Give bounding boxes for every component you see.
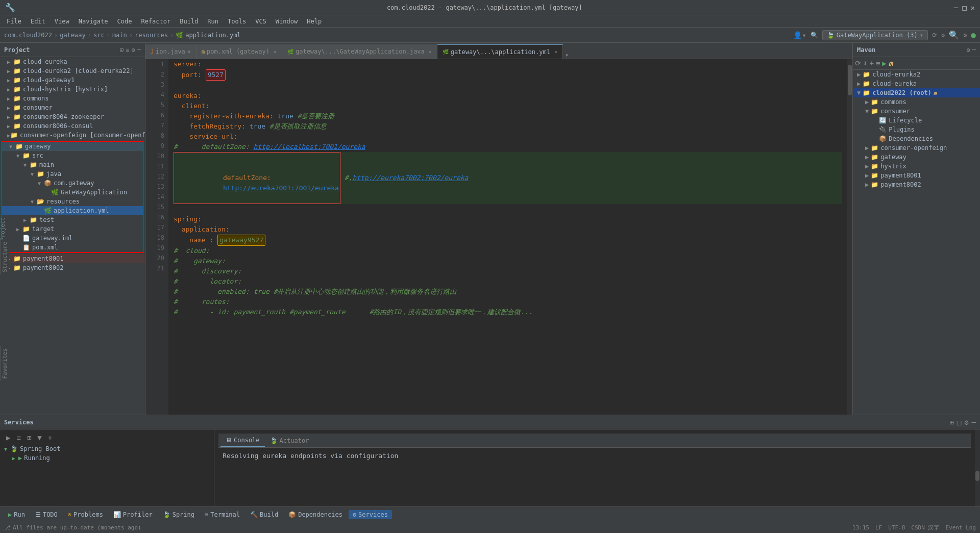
tree-item-gateway[interactable]: ▼ 📁 gateway <box>2 142 143 151</box>
tree-item-application-yml[interactable]: ▶ 🌿 application.yml <box>2 206 143 215</box>
breadcrumb-part-1[interactable]: com.cloud2022 <box>4 32 52 39</box>
spring-button[interactable]: 🍃 Spring <box>159 510 199 519</box>
tab-close-gw[interactable]: ✕ <box>429 49 432 55</box>
cursor-position[interactable]: 13:15 <box>852 524 869 531</box>
menu-window[interactable]: Window <box>272 17 302 26</box>
maven-item-plugins[interactable]: ▶ 🔌 Plugins <box>853 125 980 134</box>
tree-item-cloud-hystrix[interactable]: ▶ 📁 cloud-hystrix [hystrix] <box>0 85 145 94</box>
maven-download-icon[interactable]: ⬇ <box>863 59 867 67</box>
menu-edit[interactable]: Edit <box>27 17 50 26</box>
profiler-button[interactable]: 📊 Profiler <box>109 510 157 519</box>
event-log-label[interactable]: Event Log <box>945 524 976 531</box>
vertical-scrollbar[interactable] <box>847 59 852 415</box>
settings-icon-2[interactable]: ⚙ <box>963 32 967 39</box>
maximize-button[interactable]: □ <box>962 4 966 12</box>
run-config-selector[interactable]: 🍃 GateWayApplication (3) ▾ <box>822 30 928 40</box>
tab-pomxml[interactable]: m pom.xml (gateway) ✕ <box>197 44 282 59</box>
settings-icon-sidebar[interactable]: ⚙ <box>132 46 135 54</box>
tree-item-src[interactable]: ▼ 📁 src <box>2 151 143 160</box>
todo-button[interactable]: ☰ TODO <box>31 510 62 519</box>
maven-item-commons[interactable]: ▶ 📁 commons <box>853 97 980 107</box>
breadcrumb-file[interactable]: application.yml <box>185 32 240 39</box>
favorites-side-tab[interactable]: Favorites <box>0 346 9 381</box>
tab-close-pom[interactable]: ✕ <box>274 49 277 55</box>
maven-item-payment8001[interactable]: ▶ 📁 payment8001 <box>853 171 980 180</box>
services-running-item[interactable]: ▶ ▶ Running <box>2 453 212 463</box>
tree-item-payment8001[interactable]: ▶ 📁 payment8001 <box>0 254 145 263</box>
expand-all-icon[interactable]: ⊞ <box>120 46 124 54</box>
maven-item-dependencies[interactable]: ▶ 📦 Dependencies <box>853 134 980 143</box>
maven-expand-icon[interactable]: ≡ <box>876 59 880 67</box>
menu-vcs[interactable]: VCS <box>251 17 271 26</box>
menu-view[interactable]: View <box>51 17 74 26</box>
console-tab[interactable]: 🖥 Console <box>220 435 265 447</box>
tree-item-gateway-iml[interactable]: ▶ 📄 gateway.iml <box>2 234 143 243</box>
services-layout-icon[interactable]: □ <box>957 418 961 426</box>
terminal-button[interactable]: ⌨ Terminal <box>201 510 244 519</box>
svc-expand-icon[interactable]: ≡ <box>14 433 22 443</box>
collapse-all-icon[interactable]: ≡ <box>126 46 129 54</box>
maven-item-gateway[interactable]: ▶ 📁 gateway <box>853 153 980 162</box>
problems-button[interactable]: ⊙ Problems <box>64 510 107 519</box>
maven-minimize-icon[interactable]: ─ <box>972 46 976 54</box>
tab-ionjava[interactable]: J ion.java ✕ <box>145 44 197 59</box>
search-everywhere-icon[interactable]: 🔍 <box>811 32 818 39</box>
run-button[interactable]: ▶ Run <box>4 510 29 519</box>
services-spring-boot-item[interactable]: ▼ 🍃 Spring Boot <box>2 444 212 453</box>
tree-item-pom-xml[interactable]: ▶ 📋 pom.xml <box>2 243 143 252</box>
tree-item-consumer[interactable]: ▶ 📁 consumer <box>0 103 145 112</box>
menu-run[interactable]: Run <box>203 17 223 26</box>
tree-item-payment8002[interactable]: ▶ 📁 payment8002 <box>0 263 145 272</box>
tree-item-target[interactable]: ▶ 📁 target <box>2 224 143 234</box>
console-scrollbar-thumb[interactable] <box>975 471 979 481</box>
breadcrumb-part-4[interactable]: main <box>112 32 127 39</box>
services-expand-icon[interactable]: ⊞ <box>949 418 953 426</box>
tree-item-cloud-gateway1[interactable]: ▶ 📁 cloud-gateway1 <box>0 75 145 85</box>
breadcrumb-part-6[interactable]: 🌿 <box>176 32 183 39</box>
svc-add-icon[interactable]: + <box>46 433 54 443</box>
menu-code[interactable]: Code <box>113 17 136 26</box>
menu-tools[interactable]: Tools <box>224 17 250 26</box>
tree-item-main[interactable]: ▼ 📁 main <box>2 160 143 169</box>
maven-item-cloud-erurka2[interactable]: ▶ 📁 cloud-erurka2 <box>853 70 980 79</box>
minimize-button[interactable]: ─ <box>954 4 958 12</box>
tab-applicationyml[interactable]: 🌿 gateway\...\application.yml ✕ <box>437 44 563 59</box>
breadcrumb-part-3[interactable]: src <box>93 32 105 39</box>
services-minimize-icon[interactable]: ─ <box>972 418 976 426</box>
breadcrumb-part-2[interactable]: gateway <box>60 32 86 39</box>
minimize-sidebar-icon[interactable]: ─ <box>137 46 141 54</box>
tab-close-yaml[interactable]: ✕ <box>554 49 557 55</box>
more-tabs-button[interactable]: ▾ <box>565 52 569 59</box>
help-icon[interactable]: ● <box>971 30 976 40</box>
tree-item-com-gateway[interactable]: ▼ 📦 com.gateway <box>2 179 143 188</box>
maven-item-lifecycle[interactable]: ▶ 🔄 Lifecycle <box>853 116 980 125</box>
tree-item-commons[interactable]: ▶ 📁 commons <box>0 94 145 103</box>
tree-item-cloud-eureka2[interactable]: ▶ 📁 cloud-eureka2 [cloud-erurka22] <box>0 66 145 75</box>
maven-add-icon[interactable]: + <box>869 59 873 67</box>
maven-item-hystrix[interactable]: ▶ 📁 hystrix <box>853 162 980 171</box>
tree-item-java[interactable]: ▼ 📁 java <box>2 169 143 179</box>
services-button[interactable]: ⚙ Services <box>349 510 392 519</box>
menu-navigate[interactable]: Navigate <box>75 17 112 26</box>
actuator-tab[interactable]: 🍃 Actuator <box>265 435 314 446</box>
tree-item-gatewayapp[interactable]: ▶ 🌿 GateWayApplication <box>2 188 143 197</box>
tree-item-test[interactable]: ▶ 📁 test <box>2 215 143 224</box>
maven-item-payment8002[interactable]: ▶ 📁 payment8002 <box>853 180 980 189</box>
svc-run-icon[interactable]: ▶ <box>4 433 12 443</box>
menu-help[interactable]: Help <box>303 17 326 26</box>
tree-item-cloud-eureka[interactable]: ▶ 📁 cloud-eureka <box>0 57 145 66</box>
close-button[interactable]: ✕ <box>971 4 975 12</box>
tree-item-resources[interactable]: ▼ 📂 resources <box>2 197 143 206</box>
tree-item-consumer-openfeign[interactable]: ▶ 📁 consumer-openfeign [consumer-openfe.… <box>0 131 145 140</box>
svc-group-icon[interactable]: ⊞ <box>25 433 33 443</box>
maven-item-cloud2022[interactable]: ▼ 📁 cloud2022 (root) m <box>853 88 980 97</box>
user-icon[interactable]: 👤▾ <box>793 31 806 39</box>
maven-refresh-icon[interactable]: ⟳ <box>855 59 861 67</box>
tab-gatewayapp[interactable]: 🌿 gateway\...\GateWayApplication.java ✕ <box>282 44 437 59</box>
line-separator[interactable]: LF <box>875 524 882 531</box>
maven-run-icon[interactable]: ▶ <box>882 59 886 67</box>
maven-item-consumer-openfeign[interactable]: ▶ 📁 consumer-openfeign <box>853 143 980 153</box>
tree-item-consumer8006[interactable]: ▶ 📁 consumer8006-consul <box>0 121 145 131</box>
maven-item-consumer[interactable]: ▼ 📁 consumer <box>853 107 980 116</box>
search-icon[interactable]: 🔍 <box>949 30 959 40</box>
